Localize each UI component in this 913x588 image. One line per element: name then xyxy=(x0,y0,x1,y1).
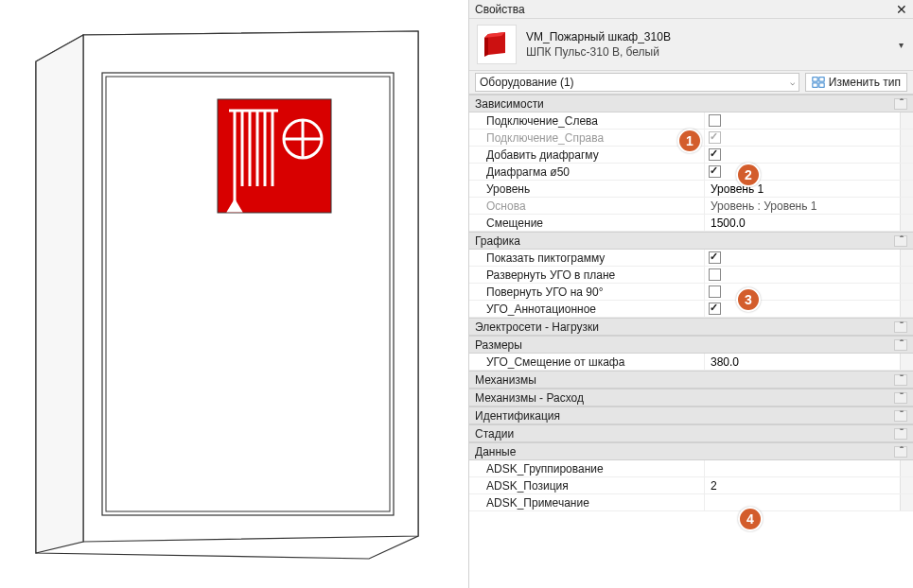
group-name: Размеры xyxy=(475,338,522,352)
edit-type-button[interactable]: Изменить тип xyxy=(805,73,907,92)
property-side-button[interactable] xyxy=(900,267,913,283)
property-label: Подключение_Слева xyxy=(469,112,704,129)
property-group-header[interactable]: Размерыˆˆ xyxy=(469,336,913,354)
type-thumbnail xyxy=(477,25,517,64)
property-side-button[interactable] xyxy=(900,301,913,317)
property-value[interactable] xyxy=(704,284,900,300)
property-label: УГО_Аннотационное xyxy=(469,301,704,317)
property-label: Повернуть УГО на 90° xyxy=(469,284,704,300)
checkbox[interactable] xyxy=(709,114,721,127)
callout-4: 4 xyxy=(738,507,763,531)
svg-marker-2 xyxy=(36,35,83,553)
property-row: Диафрагма ø50 xyxy=(469,164,913,181)
property-label: Добавить диафрагму xyxy=(469,147,704,163)
property-row: Подключение_Слева xyxy=(469,112,913,130)
selection-filter-combo[interactable]: Оборудование (1) ⌵ xyxy=(475,73,799,92)
property-label: ADSK_Группирование xyxy=(469,460,704,476)
property-group-header[interactable]: Зависимостиˆˆ xyxy=(469,95,913,112)
property-group-header[interactable]: Электросети - Нагрузкиˇˇ xyxy=(469,318,913,336)
checkbox[interactable] xyxy=(709,303,721,315)
property-value[interactable] xyxy=(704,477,900,493)
property-label: Основа xyxy=(469,198,704,214)
property-side-button[interactable] xyxy=(900,164,913,180)
property-value[interactable] xyxy=(704,301,900,317)
property-row: ADSK_Примечание xyxy=(469,494,913,511)
property-group-header[interactable]: Графикаˆˆ xyxy=(469,232,913,250)
property-side-button[interactable] xyxy=(900,460,913,476)
property-value[interactable] xyxy=(704,147,900,163)
type-selector[interactable]: VM_Пожарный шкаф_310B ШПК Пульс-310 В, б… xyxy=(469,19,913,71)
property-row: Смещение xyxy=(469,215,913,232)
property-group-header[interactable]: Стадииˇˇ xyxy=(469,424,913,442)
selector-row: Оборудование (1) ⌵ Изменить тип xyxy=(469,71,913,95)
panel-title-text: Свойства xyxy=(475,3,525,16)
group-name: Графика xyxy=(475,234,520,248)
property-side-button[interactable] xyxy=(900,198,913,214)
property-side-button[interactable] xyxy=(900,250,913,266)
property-row: Развернуть УГО в плане xyxy=(469,267,913,284)
selection-filter-text: Оборудование (1) xyxy=(480,76,574,89)
property-input[interactable] xyxy=(709,495,896,510)
group-name: Зависимости xyxy=(475,97,544,111)
edit-type-label: Изменить тип xyxy=(829,76,901,89)
property-input[interactable] xyxy=(709,216,896,231)
property-input[interactable] xyxy=(709,355,896,370)
property-side-button[interactable] xyxy=(900,477,913,493)
model-viewport[interactable] xyxy=(0,0,464,588)
property-value[interactable] xyxy=(704,267,900,283)
chevron-expanded-icon[interactable]: ˆˆ xyxy=(894,98,907,110)
property-group-header[interactable]: Данныеˆˆ xyxy=(469,442,913,460)
chevron-expanded-icon[interactable]: ˆˆ xyxy=(894,446,907,458)
property-row: УГО_Аннотационное xyxy=(469,301,913,318)
property-value[interactable] xyxy=(704,112,900,129)
property-value[interactable] xyxy=(704,164,900,180)
properties-list[interactable]: ЗависимостиˆˆПодключение_СлеваПодключени… xyxy=(469,95,913,588)
property-side-button[interactable] xyxy=(900,130,913,146)
property-value[interactable] xyxy=(704,250,900,266)
property-row: ADSK_Группирование xyxy=(469,460,913,477)
close-icon[interactable]: ✕ xyxy=(896,3,907,16)
property-row: Показать пиктограмму xyxy=(469,250,913,267)
chevron-expanded-icon[interactable]: ˆˆ xyxy=(894,339,907,351)
property-value[interactable] xyxy=(704,215,900,231)
property-value xyxy=(704,130,900,146)
property-side-button[interactable] xyxy=(900,494,913,510)
panel-titlebar: Свойства ✕ xyxy=(469,0,913,19)
property-side-button[interactable] xyxy=(900,215,913,231)
chevron-collapsed-icon[interactable]: ˇˇ xyxy=(894,428,907,440)
property-side-button[interactable] xyxy=(900,147,913,163)
callout-2: 2 xyxy=(736,163,761,187)
property-group-header[interactable]: Идентификацияˇˇ xyxy=(469,406,913,424)
checkbox[interactable] xyxy=(709,285,721,298)
chevron-collapsed-icon[interactable]: ˇˇ xyxy=(894,392,907,404)
property-side-button[interactable] xyxy=(900,354,913,370)
callout-3: 3 xyxy=(736,287,761,312)
property-value[interactable] xyxy=(704,460,900,476)
chevron-collapsed-icon[interactable]: ˇˇ xyxy=(894,374,907,386)
chevron-collapsed-icon[interactable]: ˇˇ xyxy=(894,321,907,333)
checkbox[interactable] xyxy=(709,251,721,264)
svg-rect-22 xyxy=(819,78,824,81)
chevron-expanded-icon[interactable]: ˆˆ xyxy=(894,235,907,247)
property-label: Смещение xyxy=(469,215,704,231)
checkbox[interactable] xyxy=(709,165,721,178)
svg-rect-20 xyxy=(813,78,817,81)
property-side-button[interactable] xyxy=(900,284,913,300)
property-value[interactable] xyxy=(704,354,900,370)
properties-panel: Свойства ✕ VM_Пожарный шкаф_310B ШПК Пул… xyxy=(468,0,913,588)
property-input[interactable] xyxy=(709,182,896,197)
property-group-header[interactable]: Механизмы - Расходˇˇ xyxy=(469,389,913,406)
property-group-header[interactable]: Механизмыˇˇ xyxy=(469,371,913,389)
chevron-collapsed-icon[interactable]: ˇˇ xyxy=(894,410,907,422)
property-input[interactable] xyxy=(709,461,896,476)
checkbox[interactable] xyxy=(709,148,721,161)
group-name: Механизмы xyxy=(475,373,536,387)
chevron-down-icon[interactable]: ▾ xyxy=(897,40,905,50)
property-row: Уровень xyxy=(469,181,913,198)
checkbox[interactable] xyxy=(709,268,721,281)
property-side-button[interactable] xyxy=(900,112,913,129)
property-side-button[interactable] xyxy=(900,181,913,197)
property-value[interactable] xyxy=(704,494,900,510)
property-value[interactable] xyxy=(704,181,900,197)
property-input[interactable] xyxy=(709,478,896,493)
